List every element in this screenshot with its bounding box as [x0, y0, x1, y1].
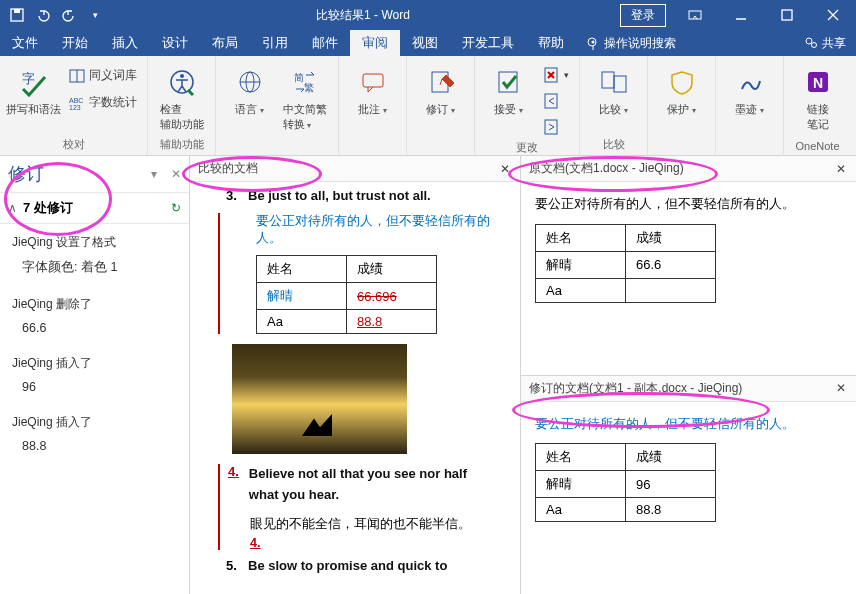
titlebar: ▾ 比较结果1 - Word 登录: [0, 0, 856, 30]
rev-entry[interactable]: JieQing 插入了: [0, 404, 189, 435]
accept-button[interactable]: 接受: [481, 60, 536, 117]
rev-entry[interactable]: JieQing 设置了格式: [0, 224, 189, 255]
compare-button[interactable]: 比较: [586, 60, 641, 117]
compared-doc-pane: 比较的文档 ✕ 3. Be just to all, but trust not…: [190, 156, 521, 594]
tab-references[interactable]: 引用: [250, 30, 300, 56]
svg-text:字: 字: [22, 71, 35, 86]
thesaurus-button[interactable]: 同义词库: [65, 64, 141, 87]
tab-home[interactable]: 开始: [50, 30, 100, 56]
ribbon-group-protect: 保护: [648, 56, 716, 155]
ribbon-label-onenote: OneNote: [784, 138, 851, 155]
share-button[interactable]: 共享: [794, 30, 856, 56]
language-icon: [234, 66, 266, 98]
rev-entry[interactable]: JieQing 删除了: [0, 286, 189, 317]
save-icon[interactable]: [6, 4, 28, 26]
close-icon[interactable]: [810, 0, 856, 30]
revisions-pane-title: 修订: [8, 162, 151, 186]
minimize-icon[interactable]: [718, 0, 764, 30]
ribbon-group-language: 语言 简繁 中文简繁 转换: [216, 56, 339, 155]
revised-doc-body[interactable]: 要公正对待所有的人，但不要轻信所有的人。 姓名成绩 解晴96 Aa88.8: [521, 402, 856, 595]
ribbon-group-changes: 接受 ▾ 更改: [475, 56, 580, 155]
ribbon-group-onenote: N 链接 笔记 OneNote: [784, 56, 851, 155]
revisions-pane: 修订 ▾ ✕ ∧ 7 处修订 ↻ JieQing 设置了格式 字体颜色: 着色 …: [0, 156, 190, 594]
original-doc-pane: 原文档(文档1.docx - JieQing) ✕ 要公正对待所有的人，但不要轻…: [521, 156, 856, 376]
wordcount-button[interactable]: ABC123字数统计: [65, 91, 141, 114]
language-button[interactable]: 语言: [222, 60, 277, 117]
accessibility-button[interactable]: 检查 辅助功能: [154, 60, 209, 132]
svg-rect-31: [602, 72, 614, 88]
svg-text:简: 简: [294, 72, 304, 83]
tellme-search[interactable]: 操作说明搜索: [576, 30, 686, 56]
original-doc-body[interactable]: 要公正对待所有的人，但不要轻信所有的人。 姓名成绩 解晴66.6 Aa: [521, 182, 856, 375]
tab-review[interactable]: 审阅: [350, 30, 400, 56]
redo-icon[interactable]: [58, 4, 80, 26]
next-change-button[interactable]: [540, 116, 573, 138]
tab-insert[interactable]: 插入: [100, 30, 150, 56]
pane-close-icon[interactable]: ✕: [834, 381, 848, 395]
svg-text:N: N: [813, 75, 823, 91]
tab-file[interactable]: 文件: [0, 30, 50, 56]
refresh-icon[interactable]: ↻: [171, 201, 181, 215]
comment-button[interactable]: 批注: [345, 60, 400, 117]
ribbon-group-comments: 批注: [339, 56, 407, 155]
svg-point-17: [180, 74, 184, 78]
reject-button[interactable]: ▾: [540, 64, 573, 86]
ribbon: 字 拼写和语法 同义词库 ABC123字数统计 校对 检查 辅助功能 辅助功能 …: [0, 56, 856, 156]
svg-point-9: [806, 38, 812, 44]
svg-rect-32: [614, 76, 626, 92]
doc-line: 要公正对待所有的人，但不要轻信所有的人。: [256, 213, 500, 247]
svg-rect-30: [545, 120, 557, 134]
revpane-close-icon[interactable]: ✕: [171, 167, 181, 181]
login-button[interactable]: 登录: [620, 4, 666, 27]
svg-rect-4: [782, 10, 792, 20]
tab-layout[interactable]: 布局: [200, 30, 250, 56]
quick-access-toolbar: ▾: [0, 4, 106, 26]
ribbon-label-proofing: 校对: [0, 135, 147, 155]
svg-text:123: 123: [69, 104, 81, 111]
revpane-dropdown-icon[interactable]: ▾: [151, 167, 157, 181]
prev-change-button[interactable]: [540, 90, 573, 112]
track-changes-button[interactable]: 修订: [413, 60, 468, 117]
tab-developer[interactable]: 开发工具: [450, 30, 526, 56]
svg-text:繁: 繁: [304, 82, 314, 93]
ribbon-group-compare: 比较 比较: [580, 56, 648, 155]
original-table: 姓名成绩 解晴66.6 Aa: [535, 224, 716, 303]
convert-button[interactable]: 简繁 中文简繁 转换: [277, 60, 332, 132]
ribbon-label-changes: 更改: [475, 138, 579, 158]
svg-text:ABC: ABC: [69, 97, 83, 104]
svg-rect-25: [499, 72, 517, 92]
accept-icon: [493, 66, 525, 98]
onenote-icon: N: [802, 66, 834, 98]
ink-button[interactable]: 墨迹: [722, 60, 777, 117]
revpane-collapse-icon[interactable]: ∧: [8, 201, 17, 215]
tellme-label: 操作说明搜索: [604, 35, 676, 52]
svg-rect-2: [689, 11, 701, 19]
rev-detail: 96: [0, 376, 189, 404]
tab-mailings[interactable]: 邮件: [300, 30, 350, 56]
tab-help[interactable]: 帮助: [526, 30, 576, 56]
shield-icon: [666, 66, 698, 98]
accessibility-icon: [166, 66, 198, 98]
rev-detail: 66.6: [0, 317, 189, 345]
onenote-button[interactable]: N 链接 笔记: [790, 60, 845, 132]
comment-icon: [357, 66, 389, 98]
ribbon-group-proofing: 字 拼写和语法 同义词库 ABC123字数统计 校对: [0, 56, 148, 155]
svg-rect-29: [545, 94, 557, 108]
spelling-button[interactable]: 字 拼写和语法: [6, 60, 61, 117]
revised-doc-pane: 修订的文档(文档1 - 副本.docx - JieQing) ✕ 要公正对待所有…: [521, 376, 856, 595]
ribbon-group-accessibility: 检查 辅助功能 辅助功能: [148, 56, 216, 155]
window-title: 比较结果1 - Word: [106, 7, 620, 24]
pane-close-icon[interactable]: ✕: [834, 162, 848, 176]
rev-detail: 字体颜色: 着色 1: [0, 255, 189, 286]
compared-doc-body[interactable]: 3. Be just to all, but trust not all. 要公…: [190, 182, 520, 594]
source-docs-column: 原文档(文档1.docx - JieQing) ✕ 要公正对待所有的人，但不要轻…: [521, 156, 856, 594]
tab-design[interactable]: 设计: [150, 30, 200, 56]
rev-entry[interactable]: JieQing 插入了: [0, 345, 189, 376]
pane-close-icon[interactable]: ✕: [498, 162, 512, 176]
maximize-icon[interactable]: [764, 0, 810, 30]
protect-button[interactable]: 保护: [654, 60, 709, 117]
ribbon-options-icon[interactable]: [672, 0, 718, 30]
tab-view[interactable]: 视图: [400, 30, 450, 56]
qat-dropdown-icon[interactable]: ▾: [84, 4, 106, 26]
undo-icon[interactable]: [32, 4, 54, 26]
